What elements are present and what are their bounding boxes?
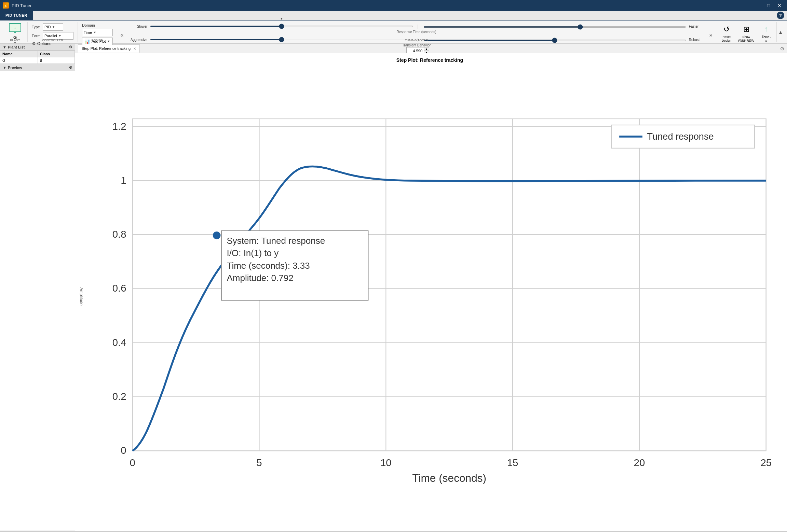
svg-text:0.2: 0.2 [112,391,126,402]
left-panel: ▼ Plant List ⊙ Name Class G tf [0,44,75,531]
svg-text:15: 15 [507,457,518,468]
svg-text:0: 0 [130,457,135,468]
export-label: Export [762,35,771,38]
response-time-slider2[interactable] [423,26,686,28]
help-button[interactable]: ? [777,12,784,19]
plot-tab-close[interactable]: ✕ [133,47,136,51]
response-time-value[interactable] [407,49,424,53]
plant-list-table: Name Class G tf [0,51,75,64]
svg-text:Tuned response: Tuned response [647,131,714,142]
svg-text:5: 5 [256,457,262,468]
plant-section: ↓ G ▼ PLANT [3,22,28,42]
table-row[interactable]: G tf [0,57,75,64]
chart-container: Step Plot: Reference tracking Amplitude [75,53,787,531]
svg-text:System: Tuned response: System: Tuned response [227,236,325,246]
domain-select[interactable]: Time ▼ [82,29,113,36]
close-button[interactable]: ✕ [775,1,784,10]
show-params-icon: ⊞ [743,25,749,34]
controller-section-label: CONTROLLER [28,39,78,42]
results-section-label: RESULTS [716,39,777,42]
type-label: Type [32,25,41,29]
slower-label: Slower [127,25,147,28]
preview-title: Preview [8,66,22,70]
pid-tuner-tab[interactable]: PID TUNER [0,11,33,20]
response-time-track: ▼ [150,23,413,29]
svg-text:10: 10 [380,457,392,468]
chart-body: Amplitude [78,66,782,527]
response-time-slider[interactable] [150,26,413,27]
plant-class-cell: tf [38,57,74,64]
svg-text:20: 20 [634,457,645,468]
response-time-row: Slower ▼ │ Faster [127,23,706,29]
minimize-button[interactable]: – [753,1,762,10]
tuning-section-label: TUNING TOOLS [117,39,716,42]
plant-list-panel: ▼ Plant List ⊙ Name Class G tf [0,44,75,64]
title-bar-controls: – □ ✕ [753,1,784,10]
transient-title: Transient Behavior [402,43,431,47]
preview-header: ▼ Preview ⊙ [0,64,75,71]
title-bar: ▲ PID Tuner – □ ✕ [0,0,787,11]
title-bar-left: ▲ PID Tuner [3,2,32,9]
window-title: PID Tuner [12,3,32,8]
maximize-button[interactable]: □ [764,1,773,10]
toolbar: ↓ G ▼ PLANT Type PID ▼ Form Parallel [0,20,787,44]
plant-section-label: PLANT [3,39,27,42]
design-section-label: DESIGN [78,39,117,42]
svg-text:0.6: 0.6 [112,282,126,294]
class-column-header: Class [38,51,74,57]
faster-label: Faster [689,25,706,28]
form-label: Form [32,34,41,38]
chart-title: Step Plot: Reference tracking [78,57,782,63]
type-row: Type PID ▼ [32,23,73,31]
preview-content [0,71,75,530]
matlab-logo: ▲ [3,2,9,9]
svg-text:0.4: 0.4 [112,337,126,348]
plant-name-cell: G [0,57,38,64]
response-center-label: │ [416,25,421,28]
svg-text:0.8: 0.8 [112,228,126,240]
collapse-icon: ▲ [778,29,783,35]
export-icon: ↑ [764,25,768,33]
tooltip-dot [213,232,221,239]
reset-icon: ↺ [723,25,730,34]
tab-bar: PID TUNER ? [0,11,787,20]
results-section: ↺ ResetDesign ⊞ ShowParameters ↑ Export … [716,22,777,42]
svg-text:25: 25 [760,457,772,468]
svg-text:Time (seconds): Time (seconds) [412,472,486,484]
tuning-section: « Slower ▼ │ Faster Response Time ( [117,22,716,42]
chart-svg: 0 0.2 0.4 0.6 0.8 1 1.2 0 5 10 15 20 25 [86,66,782,527]
plot-settings-icon[interactable]: ⊙ [780,46,784,51]
main-area: ▼ Plant List ⊙ Name Class G tf [0,44,787,531]
plant-list-toggle[interactable]: ▼ [3,45,6,49]
svg-text:I/O: In(1) to y: I/O: In(1) to y [227,248,279,258]
type-dropdown[interactable]: PID ▼ [43,23,63,31]
design-section: Domain Time ▼ 📊 Add Plot ▼ DESIGN [78,22,117,42]
svg-text:0: 0 [121,445,126,456]
domain-label: Domain [82,23,113,27]
response-spinner-up[interactable]: ▲ [424,47,429,51]
svg-text:1.2: 1.2 [112,121,126,132]
y-axis-label: Amplitude [78,66,85,527]
preview-panel: ▼ Preview ⊙ [0,64,75,531]
slider-right-chevron[interactable]: » [708,32,714,38]
svg-text:Time (seconds): 3.33: Time (seconds): 3.33 [227,261,310,271]
controller-group: Type PID ▼ Form Parallel ▼ ⚙ Options [32,23,73,46]
svg-text:1: 1 [121,174,126,186]
tab-help: ? [774,11,787,20]
preview-toggle[interactable]: ▼ [3,66,6,70]
name-column-header: Name [0,51,38,57]
response-time-title: Response Time (seconds) [396,30,436,34]
toolbar-collapse-button[interactable]: ▲ [777,22,784,42]
slider-left-chevron[interactable]: « [119,32,125,38]
controller-section: Type PID ▼ Form Parallel ▼ ⚙ Options CON… [28,22,78,42]
plot-area: Step Plot: Reference tracking ✕ ⊙ Step P… [75,44,787,531]
chart-svg-wrapper: 0 0.2 0.4 0.6 0.8 1 1.2 0 5 10 15 20 25 [86,66,782,527]
plant-list-title: Plant List [8,45,25,49]
preview-gear-icon[interactable]: ⊙ [69,65,72,70]
svg-text:Amplitude: 0.792: Amplitude: 0.792 [227,273,294,283]
